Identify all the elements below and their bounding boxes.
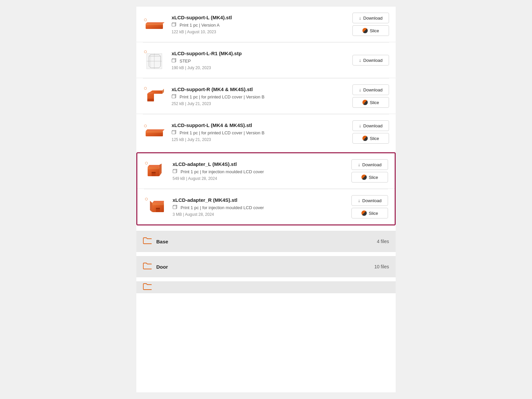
file-meta-row: Print 1 pc | for injection moulded LCD c… xyxy=(173,169,346,175)
file-actions: ↓ Download Slice xyxy=(352,120,389,144)
download-arrow-icon: ↓ xyxy=(359,58,361,63)
download-button[interactable]: ↓ Download xyxy=(352,120,389,131)
svg-rect-2 xyxy=(146,24,163,25)
download-button[interactable]: ↓ Download xyxy=(352,13,389,23)
slice-button[interactable]: Slice xyxy=(351,208,388,218)
file-info: xLCD-support-L-R1 (MK4).stp STEP 190 kB … xyxy=(172,51,347,70)
file-item: ⬡ xLCD-support-L (MK4 & MK4S).stl Print … xyxy=(136,114,396,150)
file-item: ⬡ xLCD-support-L-R1 (MK4).stp xyxy=(136,43,396,78)
model-thumbnail-6: ⬡ xyxy=(145,196,167,218)
file-info: xLCD-adapter_L (MK4S).stl Print 1 pc | f… xyxy=(173,161,346,181)
folder-item-base[interactable]: Base 4 files xyxy=(136,231,396,252)
slice-button[interactable]: Slice xyxy=(352,97,389,108)
file-thumbnail: ⬡ xyxy=(144,195,167,218)
svg-marker-47 xyxy=(150,201,152,212)
download-arrow-icon: ↓ xyxy=(358,162,360,167)
file-size-date: 122 kB | August 10, 2023 xyxy=(172,30,347,34)
download-arrow-icon: ↓ xyxy=(359,15,361,21)
regular-files-section: ⬡ xLCD-support-L (MK4).stl Print 1 pc | … xyxy=(136,7,396,150)
file-name: xLCD-support-L (MK4 & MK4S).stl xyxy=(172,122,347,128)
svg-text:⬡: ⬡ xyxy=(145,161,148,165)
svg-rect-4 xyxy=(172,23,175,26)
download-button[interactable]: ↓ Download xyxy=(351,195,388,206)
download-button[interactable]: ↓ Download xyxy=(351,159,388,170)
svg-rect-48 xyxy=(173,206,176,209)
file-description: Print 1 pc | Version A xyxy=(180,23,219,28)
file-description: STEP xyxy=(180,59,191,64)
svg-rect-13 xyxy=(172,59,175,62)
file-thumbnail: ⬡ xyxy=(143,120,166,144)
download-button[interactable]: ↓ Download xyxy=(352,84,389,95)
file-meta-row: Print 1 pc | for printed LCD cover | Ver… xyxy=(172,130,347,136)
file-item: ⬡ xLCD-adapter_L (MK4S).stl xyxy=(137,153,395,189)
svg-text:⬡: ⬡ xyxy=(144,124,147,128)
download-button[interactable]: ↓ Download xyxy=(352,55,389,66)
file-thumbnail: ⬡ xyxy=(144,159,167,183)
file-size-date: 3 MB | August 28, 2024 xyxy=(173,212,346,217)
file-info: xLCD-adapter_R (MK4S).stl Print 1 pc | f… xyxy=(173,197,346,217)
svg-marker-44 xyxy=(152,201,164,203)
file-name: xLCD-support-R (MK4 & MK4S).stl xyxy=(172,86,347,92)
svg-rect-36 xyxy=(152,172,156,173)
slice-icon xyxy=(362,136,368,141)
model-thumbnail-2: ⬡ xyxy=(144,50,166,71)
svg-text:⬡: ⬡ xyxy=(144,50,147,54)
file-size-date: 125 kB | July 21, 2023 xyxy=(172,137,347,142)
slice-icon xyxy=(361,210,367,216)
folder-icon xyxy=(143,262,152,271)
slice-button[interactable]: Slice xyxy=(351,172,388,183)
svg-marker-19 xyxy=(162,89,164,94)
file-thumbnail: ⬡ xyxy=(143,84,166,108)
model-thumbnail-1: ⬡ xyxy=(144,18,166,31)
folder-name: Door xyxy=(156,264,370,270)
model-thumbnail-5: ⬡ xyxy=(145,160,167,182)
folder-name: Base xyxy=(156,239,372,244)
file-description: Print 1 pc | for printed LCD cover | Ver… xyxy=(180,94,264,99)
svg-rect-21 xyxy=(172,95,175,98)
file-description: Print 1 pc | for injection moulded LCD c… xyxy=(181,169,264,174)
file-actions: ↓ Download Slice xyxy=(352,13,389,36)
model-thumbnail-4: ⬡ xyxy=(144,124,166,140)
file-type-icon xyxy=(172,22,178,28)
file-info: xLCD-support-R (MK4 & MK4S).stl Print 1 … xyxy=(172,86,347,106)
svg-rect-28 xyxy=(172,131,175,134)
folder-item-door[interactable]: Door 10 files xyxy=(136,256,396,277)
folder-icon xyxy=(143,283,152,292)
file-actions: ↓ Download Slice xyxy=(351,195,388,218)
folder-item-partial[interactable] xyxy=(136,281,396,293)
file-name: xLCD-adapter_R (MK4S).stl xyxy=(173,197,346,203)
model-thumbnail-3: ⬡ xyxy=(144,85,166,107)
file-info: xLCD-support-L (MK4 & MK4S).stl Print 1 … xyxy=(172,122,347,142)
file-meta-row: Print 1 pc | Version A xyxy=(172,22,347,28)
svg-rect-46 xyxy=(156,208,160,209)
svg-text:⬡: ⬡ xyxy=(144,86,147,90)
file-size-date: 190 kB | July 20, 2023 xyxy=(172,66,347,70)
svg-rect-20 xyxy=(147,99,154,101)
slice-button[interactable]: Slice xyxy=(352,133,389,144)
svg-rect-33 xyxy=(148,167,159,169)
file-actions: ↓ Download xyxy=(352,55,389,66)
file-item: ⬡ xLCD-support-L (MK4).stl Print 1 pc | … xyxy=(136,7,396,42)
file-description: Print 1 pc | for injection moulded LCD c… xyxy=(181,205,264,210)
file-actions: ↓ Download Slice xyxy=(351,159,388,183)
slice-icon xyxy=(362,28,368,33)
highlighted-files-section: ⬡ xLCD-adapter_L (MK4S).stl xyxy=(136,152,396,225)
svg-marker-27 xyxy=(146,129,165,131)
file-name: xLCD-support-L-R1 (MK4).stp xyxy=(172,51,347,56)
file-type-icon xyxy=(173,169,179,175)
file-type-icon xyxy=(172,130,178,136)
file-description: Print 1 pc | for printed LCD cover | Ver… xyxy=(180,130,264,135)
download-arrow-icon: ↓ xyxy=(358,198,360,203)
file-item: ⬡ xLCD-adapter_R (MK4S).stl xyxy=(137,189,395,224)
svg-rect-38 xyxy=(173,170,176,173)
file-thumbnail: ⬡ xyxy=(143,49,166,72)
svg-marker-37 xyxy=(159,164,162,176)
slice-button[interactable]: Slice xyxy=(352,25,389,36)
file-type-icon xyxy=(172,94,178,100)
file-meta-row: STEP xyxy=(172,58,347,64)
download-arrow-icon: ↓ xyxy=(359,123,361,128)
folder-count: 4 files xyxy=(377,239,389,244)
svg-rect-26 xyxy=(146,131,163,133)
file-meta-row: Print 1 pc | for injection moulded LCD c… xyxy=(173,205,346,211)
file-actions: ↓ Download Slice xyxy=(352,84,389,108)
